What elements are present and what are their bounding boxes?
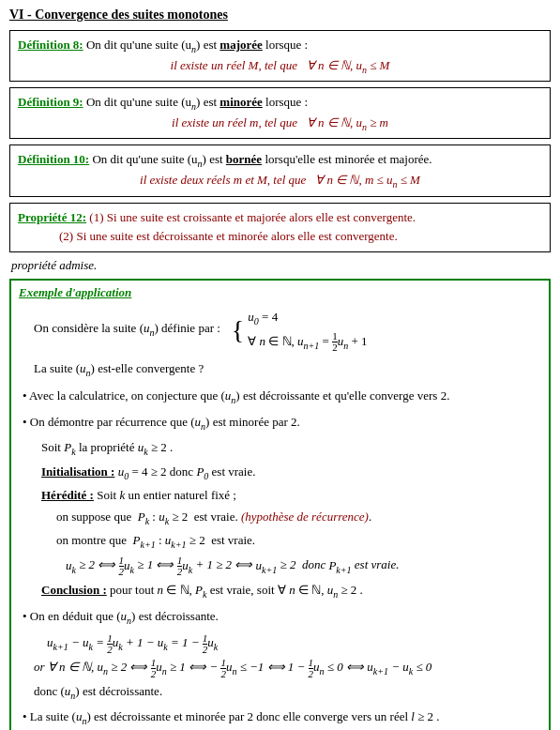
definition-10-box: Définition 10: On dit qu'une suite (un) … — [9, 144, 551, 196]
init-label: Initialisation : — [41, 464, 114, 479]
def10-text: Définition 10: On dit qu'une suite (un) … — [18, 150, 542, 171]
system-u0: u0 = 4 — [248, 306, 367, 330]
hered-italic: (hypothèse de récurrence) — [241, 509, 369, 524]
hered-label-line: Hérédité : Soit k un entier naturel fixé… — [19, 486, 541, 506]
bullet-4: • La suite (un) est décroissante et mino… — [19, 707, 541, 729]
def10-formula: il existe deux réels m et M, tel que ∀ n… — [18, 173, 542, 190]
bullet-1: • Avec la calculatrice, on conjecture qu… — [19, 387, 541, 408]
hered-suppose: on suppose que Pk : uk ≥ 2 est vraie. (h… — [19, 508, 541, 529]
soit-pk: Soit Pk la propriété uk ≥ 2 . — [19, 438, 541, 460]
hered-montre: on montre que Pk+1 : uk+1 ≥ 2 est vraie. — [19, 531, 541, 553]
hered-label: Hérédité : — [41, 488, 94, 502]
def10-label: Définition 10: — [18, 152, 89, 166]
def8-text1: On dit qu'une suite (u — [83, 38, 191, 52]
def10-text3: lorsqu'elle est minorée et majorée. — [262, 152, 431, 166]
suite-def-line: On considère la suite (un) définie par :… — [19, 306, 541, 354]
exemple-label: Exemple d'application — [19, 285, 541, 300]
def9-bold: minorée — [219, 95, 262, 109]
prop12-label: Propriété 12: — [18, 210, 86, 224]
system-rec: ∀ n ∈ ℕ, un+1 = 12un + 1 — [248, 330, 367, 355]
def9-text: Définition 9: On dit qu'une suite (un) e… — [18, 93, 542, 114]
hered-formula-line: uk ≥ 2 ⟺ 12uk ≥ 1 ⟺ 12uk + 1 ≥ 2 ⟺ uk+1 … — [66, 555, 541, 577]
def10-text1: On dit qu'une suite (u — [89, 152, 197, 166]
propriete-12-box: Propriété 12: (1) Si une suite est crois… — [9, 203, 551, 253]
def10-bold: bornée — [226, 152, 262, 166]
decr-formula-1: uk+1 − uk = 12uk + 1 − uk = 1 − 12uk — [47, 633, 541, 655]
donc-line: donc (un) est décroissante. — [34, 682, 541, 704]
bullet-3: • On en déduit que (un) est décroissante… — [19, 607, 541, 629]
concl-label: Conclusion : — [41, 583, 107, 597]
init-line: Initialisation : u0 = 4 ≥ 2 donc P0 est … — [19, 463, 541, 484]
definition-8-box: Définition 8: On dit qu'une suite (un) e… — [9, 30, 551, 82]
bullet-2: • On démontre par récurrence que (un) es… — [19, 413, 541, 434]
system-lines: u0 = 4 ∀ n ∈ ℕ, un+1 = 12un + 1 — [248, 306, 367, 354]
def9-text2: ) est — [196, 95, 219, 109]
def9-label: Définition 9: — [18, 95, 83, 109]
def10-text2: ) est — [203, 152, 226, 166]
admitted-text: propriété admise. — [11, 258, 551, 273]
def8-bold: majorée — [219, 38, 262, 52]
def8-label: Définition 8: — [18, 38, 83, 52]
def9-text3: lorsque : — [263, 95, 308, 109]
exemple-body: On considère la suite (un) définie par :… — [19, 306, 541, 729]
def9-formula: il existe un réel m, tel que ∀ n ∈ ℕ, un… — [18, 115, 542, 132]
concl-line: Conclusion : pour tout n ∈ ℕ, Pk est vra… — [19, 581, 541, 602]
suite-question: La suite (un) est-elle convergente ? — [34, 359, 541, 381]
brace-system: { — [232, 317, 244, 343]
def8-text2: ) est — [196, 38, 219, 52]
def8-formula: il existe un réel M, tel que ∀ n ∈ ℕ, un… — [18, 58, 542, 75]
prop12-text: Propriété 12: (1) Si une suite est crois… — [18, 208, 542, 228]
definition-9-box: Définition 9: On dit qu'une suite (un) e… — [9, 87, 551, 139]
exemple-box: Exemple d'application On considère la su… — [9, 279, 551, 730]
def8-text3: lorsque : — [263, 38, 308, 52]
section-title: VI - Convergence des suites monotones — [9, 8, 551, 23]
def8-text: Définition 8: On dit qu'une suite (un) e… — [18, 36, 542, 56]
def9-text1: On dit qu'une suite (u — [83, 95, 191, 109]
prop12-2: (2) Si une suite est décroissante et min… — [59, 229, 398, 243]
or-line: or ∀ n ∈ ℕ, un ≥ 2 ⟺ 12un ≥ 1 ⟺ − 12un ≤… — [34, 658, 541, 679]
prop12-2-line: (2) Si une suite est décroissante et min… — [18, 227, 542, 247]
suite-def-text: On considère la suite (un) définie par : — [34, 319, 220, 341]
prop12-1: (1) Si une suite est croissante et major… — [89, 210, 416, 224]
